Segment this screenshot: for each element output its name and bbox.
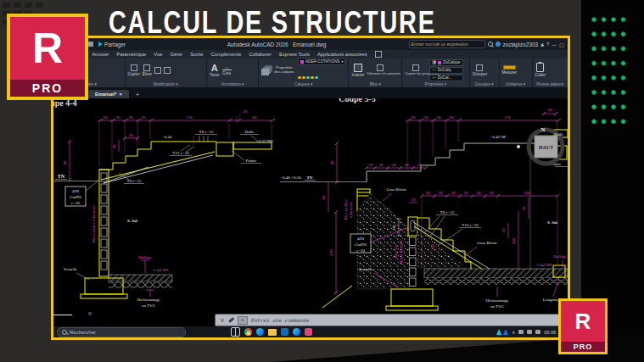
color-value: DuCalque: [443, 60, 460, 64]
dallage-label: Dallage: [553, 254, 567, 259]
linetype-glyph: —: [432, 75, 436, 80]
linetype-combo[interactable]: — DuCal...: [429, 75, 462, 81]
layer-combo[interactable]: ADER-COTATIONS ▾: [298, 58, 345, 65]
edge-icon[interactable]: [293, 328, 300, 336]
level-label: +0.42: [162, 135, 172, 139]
inserer-tool[interactable]: Insérer: [351, 64, 364, 77]
window-title: Autodesk AutoCAD 2026 Emanuel.dwg: [155, 42, 398, 47]
redo-icon[interactable]: [87, 42, 93, 47]
dim-label: 28: [405, 163, 410, 167]
lineweight-glyph: —: [432, 68, 436, 72]
command-close-icon[interactable]: ×: [220, 317, 225, 324]
taskbar-search-input[interactable]: Rechercher: [57, 327, 186, 337]
cage-label: 4T8: [357, 237, 365, 241]
layer-lock-icon[interactable]: [315, 76, 318, 80]
panel-calques-label[interactable]: Calques ▾: [259, 82, 348, 86]
dim-label: 20: [244, 109, 249, 114]
mirror-tool-icon[interactable]: [164, 67, 171, 74]
application-search-input[interactable]: Entrez mot-clé ou expression: [409, 40, 485, 48]
edge-icon[interactable]: [256, 328, 264, 336]
minimize-button[interactable]: —: [552, 42, 557, 47]
user-avatar-icon[interactable]: [496, 42, 501, 47]
command-input[interactable]: Entrez une commande: [251, 317, 310, 323]
clock[interactable]: 00:06: [544, 330, 556, 335]
file-explorer-icon[interactable]: [268, 329, 277, 336]
panel-groupes: Grouper Groupes ▾: [470, 58, 500, 87]
etirer-tool[interactable]: Étirer: [143, 64, 152, 76]
ribbon-tab-vue[interactable]: Vue: [154, 52, 162, 57]
maximize-button[interactable]: □: [559, 42, 564, 47]
logo-letter: R: [10, 17, 85, 80]
panel-presse-papiers-label[interactable]: Presse-papiers: [533, 82, 568, 86]
ribbon-tab-sortie[interactable]: Sortie: [190, 52, 203, 57]
layer-on-icon[interactable]: [298, 76, 301, 80]
copier-tool[interactable]: Copier: [128, 64, 140, 76]
block-insert-icon: [354, 64, 362, 72]
detecter-tool[interactable]: Détecter et convertir: [367, 64, 394, 76]
ribbon-options-icon[interactable]: [375, 51, 382, 58]
dim-label: 28: [451, 191, 456, 195]
drawing-canvas-area[interactable]: Coupe 4-4 30 30 30 30 176 20 60: [53, 98, 568, 326]
ribbon-tab-complements[interactable]: Compléments: [210, 52, 241, 57]
customize-wrench-icon[interactable]: [228, 317, 234, 322]
search-icon[interactable]: [488, 42, 493, 47]
chrome-icon[interactable]: [244, 328, 252, 336]
ribbon-tab-express-tools[interactable]: Express Tools: [279, 52, 310, 57]
cad-drawing[interactable]: Coupe 4-4 30 30 30 30 176 20 60: [53, 98, 568, 326]
layer-on-icon[interactable]: [311, 76, 314, 80]
panel-modification-label[interactable]: Modification ▾: [126, 82, 206, 86]
ribbon-tab-parametrique[interactable]: Paramétrique: [117, 52, 147, 57]
volume-icon[interactable]: [535, 330, 540, 334]
new-tab-button[interactable]: +: [131, 91, 145, 98]
layer-freeze-icon[interactable]: [306, 76, 310, 80]
copier-proprietes-tool[interactable]: Copier les propriétés: [405, 64, 427, 76]
battery-icon[interactable]: [518, 330, 524, 334]
share-button[interactable]: Partager: [104, 42, 126, 47]
ribbon: Cercle Arc Dessin ▾ Copier Étirer: [53, 58, 568, 87]
panel-bloc-label[interactable]: Bloc ▾: [349, 82, 401, 86]
ribbon-tab-collaborer[interactable]: Collaborer: [249, 52, 272, 57]
panel-annotation-label[interactable]: Annotation ▾: [207, 82, 258, 86]
measure-ruler-icon: [503, 65, 516, 70]
lineweight-combo[interactable]: — DuCalq.: [429, 67, 462, 74]
dalle-label: Dalle: [555, 132, 565, 136]
warning-icon[interactable]: ▲: [540, 42, 544, 47]
layer-properties-label[interactable]: Propriétés des calques: [273, 66, 295, 75]
palette-close-icon[interactable]: ×: [87, 310, 92, 317]
rotate-tool-icon[interactable]: [154, 67, 161, 74]
viewcube-north-label[interactable]: N: [540, 126, 545, 133]
tray-expand-icon[interactable]: ∧: [512, 330, 515, 335]
color-combo[interactable]: DuCalque: [429, 59, 462, 66]
dim-label: 90: [330, 160, 334, 165]
wall-label: a bancher: [349, 201, 353, 218]
coller-tool[interactable]: Coller: [535, 63, 546, 77]
cote-tool[interactable]: ↔ Cote: [222, 65, 232, 75]
layer-properties-icon[interactable]: [261, 69, 269, 75]
panel-proprietes-label[interactable]: Propriétés ▾: [402, 82, 469, 86]
username[interactable]: zoclapizo2303: [503, 42, 539, 47]
autocad-tray-icon[interactable]: [496, 329, 501, 335]
autocad-tray-icon[interactable]: [503, 329, 508, 335]
network-icon[interactable]: [527, 330, 532, 334]
ribbon-tab-gerer[interactable]: Gérer: [170, 52, 182, 57]
mesurer-tool[interactable]: Mesurer: [502, 65, 518, 75]
cage-label: e=20: [356, 248, 366, 253]
close-tab-icon[interactable]: ×: [119, 92, 121, 97]
store-icon[interactable]: [281, 328, 288, 336]
grouper-tool[interactable]: Grouper: [473, 64, 488, 76]
command-line-bar[interactable]: × ▾ Entrez une commande: [215, 314, 568, 326]
panel-groupes-label[interactable]: Groupes ▾: [470, 82, 499, 86]
panel-utilitaires-label[interactable]: Utilitaires ▾: [500, 82, 532, 86]
help-icon[interactable]: ?: [546, 42, 549, 47]
ribbon-tab-applications-associees[interactable]: Applications associées: [317, 52, 367, 57]
task-view-icon[interactable]: [231, 327, 240, 337]
layer-on-icon[interactable]: [302, 76, 305, 80]
command-history-icon[interactable]: ▾: [238, 316, 248, 325]
viewcube-haut-label[interactable]: HAUT: [539, 145, 553, 150]
wall-label: Mur en bloc: [344, 198, 348, 220]
texte-tool[interactable]: A Texte: [210, 64, 219, 77]
ribbon-tab-annoter[interactable]: Annoter: [92, 52, 109, 57]
file-tab-emanuel[interactable]: Emanuel* ×: [88, 90, 129, 98]
viewcube-west-dot[interactable]: [517, 145, 520, 148]
pinned-app-icon[interactable]: [305, 328, 312, 336]
